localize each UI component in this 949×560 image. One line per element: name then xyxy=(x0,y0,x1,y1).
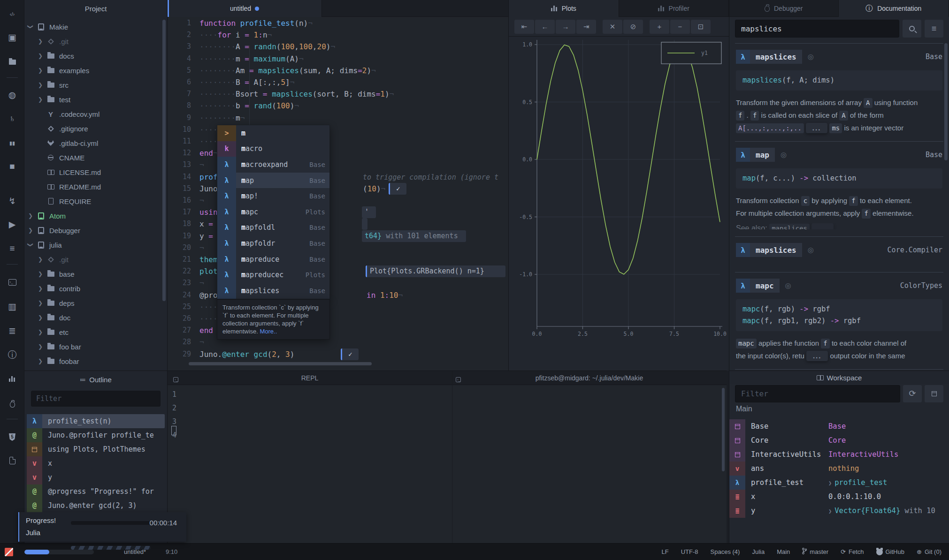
inline-result-check[interactable]: ✓ xyxy=(341,348,359,360)
tree-item-readme-md[interactable]: README.md xyxy=(24,180,167,194)
error-status-icon[interactable] xyxy=(5,548,13,556)
status-item-utf-8[interactable]: UTF-8 xyxy=(681,548,698,555)
workspace-refresh-button[interactable]: ⟳ xyxy=(903,385,922,402)
autocomplete-item-mapfoldr[interactable]: λmapfoldrBase xyxy=(217,235,329,251)
docs-menu-button[interactable]: ≡ xyxy=(925,20,943,38)
chart-icon[interactable] xyxy=(0,373,24,385)
autocomplete-item-m[interactable]: >m xyxy=(217,125,329,141)
tree-item-etc[interactable]: ❯etc xyxy=(24,325,167,339)
workspace-row-Base[interactable]: BaseBase xyxy=(729,419,949,433)
tab-profiler[interactable]: Profiler xyxy=(619,0,729,17)
tab-untitled[interactable]: untitled xyxy=(168,0,322,17)
tree-item--git[interactable]: ❯.git xyxy=(24,34,167,48)
docs-search-button[interactable] xyxy=(903,20,921,38)
tab-documentation[interactable]: ⓘ Documentation xyxy=(839,0,949,17)
profile-icon[interactable]: ≡ xyxy=(0,242,24,255)
outline-item[interactable]: vy xyxy=(27,470,165,484)
terminal-title[interactable]: pfitzseb@midgard: ~/.julia/dev/Makie xyxy=(452,371,727,385)
workspace-row-Core[interactable]: CoreCore xyxy=(729,433,949,447)
outline-item[interactable]: vx xyxy=(27,456,165,470)
workspace-row-InteractiveUtils[interactable]: InteractiveUtilsInteractiveUtils xyxy=(729,447,949,462)
globe-icon[interactable]: ◍ xyxy=(0,89,24,101)
eye-icon[interactable]: ◎ xyxy=(785,281,791,290)
html5-icon[interactable]: 5 xyxy=(0,431,24,443)
open-folder-icon[interactable] xyxy=(0,56,24,68)
last-plot-button[interactable]: ⇥ xyxy=(576,20,596,34)
tree-item-foo-bar[interactable]: ❯foo bar xyxy=(24,340,167,354)
status-item-master[interactable]: master xyxy=(802,548,828,556)
zoom-out-button[interactable]: − xyxy=(670,20,690,34)
documentation-icon[interactable]: ▥ xyxy=(0,300,24,312)
workspace-filter-input[interactable] xyxy=(735,385,900,402)
tab-debugger[interactable]: Debugger xyxy=(729,0,839,17)
autocomplete-item-map![interactable]: λmap!Base xyxy=(217,188,329,204)
doc-entry-name[interactable]: mapslices xyxy=(750,50,802,64)
code-file-icon[interactable]: ‹/› xyxy=(0,8,24,20)
outline-item[interactable]: λprofile_test(n) xyxy=(27,414,165,428)
autocomplete-item-map[interactable]: λmapBase xyxy=(217,173,329,189)
fit-plot-button[interactable]: ⊡ xyxy=(691,20,711,34)
tree-item--git[interactable]: ❯.git xyxy=(24,252,167,266)
doc-entry-name[interactable]: mapc xyxy=(750,279,780,293)
outline-item[interactable]: @Juno.@profiler profile_te xyxy=(27,428,165,442)
tree-item-docs[interactable]: ❯docs xyxy=(24,49,167,63)
first-plot-button[interactable]: ⇤ xyxy=(514,20,534,34)
tree-item-debugger[interactable]: ❯Debugger xyxy=(24,223,167,237)
tree-item-makie[interactable]: ❯Makie xyxy=(24,20,167,34)
autocomplete-item-mapfoldl[interactable]: λmapfoldlBase xyxy=(217,220,329,236)
tree-item-test[interactable]: ❯test xyxy=(24,92,167,106)
docs-search-input[interactable] xyxy=(735,20,899,38)
save-icon[interactable]: ▣ xyxy=(0,31,24,43)
tree-item-contrib[interactable]: ❯contrib xyxy=(24,281,167,295)
workspace-row-ans[interactable]: vansnothing xyxy=(729,462,949,476)
next-plot-button[interactable]: → xyxy=(556,20,575,34)
status-item-fetch[interactable]: ⟳Fetch xyxy=(841,548,864,555)
autocomplete-item-mapc[interactable]: λmapcPlots xyxy=(217,204,329,220)
pause-icon[interactable]: ▮▮ xyxy=(0,137,24,149)
status-item-git-0-[interactable]: ⊕Git (0) xyxy=(917,548,941,555)
eye-icon[interactable]: ◎ xyxy=(781,151,787,159)
tree-item-atom[interactable]: ❯Atom xyxy=(24,209,167,223)
prev-plot-button[interactable]: ← xyxy=(535,20,555,34)
outline-item[interactable]: @@progress "Progress!" for xyxy=(27,484,165,499)
tree-item--codecov-yml[interactable]: Y.codecov.yml xyxy=(24,107,167,121)
tasks-icon[interactable]: ≣ xyxy=(0,325,24,337)
pdf-icon[interactable] xyxy=(0,454,24,467)
outline-filter-input[interactable] xyxy=(31,391,161,407)
lightning-icon[interactable]: ↯ xyxy=(0,195,24,207)
repl-scrollbar[interactable] xyxy=(722,388,725,471)
autocomplete-item-mapreduce[interactable]: λmapreduceBase xyxy=(217,251,329,267)
workspace-row-x[interactable]: ≣x0.0:0.1:10.0 xyxy=(729,490,949,504)
status-item-spaces-4-[interactable]: Spaces (4) xyxy=(711,548,740,555)
stop-icon[interactable]: ■ xyxy=(0,160,24,173)
workspace-row-profile_test[interactable]: λprofile_test❯profile_test xyxy=(729,476,949,490)
tree-item--gitlab-ci-yml[interactable]: .gitlab-ci.yml xyxy=(24,136,167,150)
status-item-github[interactable]: GitHub xyxy=(876,548,904,555)
tree-item-examples[interactable]: ❯examples xyxy=(24,63,167,77)
play-icon[interactable]: ▶ xyxy=(0,218,24,230)
tree-item-license-md[interactable]: LICENSE.md xyxy=(24,165,167,179)
status-item-main[interactable]: Main xyxy=(777,548,790,555)
more-link[interactable]: More.. xyxy=(260,328,277,335)
workspace-package-button[interactable] xyxy=(925,385,943,402)
terminal-icon[interactable]: ›_ xyxy=(0,276,24,288)
tab-plots[interactable]: Plots xyxy=(509,0,619,17)
outline-item[interactable]: using Plots, PlotThemes xyxy=(27,442,165,456)
eye-icon[interactable]: ◎ xyxy=(808,246,814,254)
disclosure-icon[interactable]: ❯ xyxy=(828,508,832,515)
tree-item-foobar[interactable]: ❯foobar xyxy=(24,354,167,368)
workspace-row-y[interactable]: ≣y❯Vector{Float64} with 10 xyxy=(729,504,949,518)
doc-entry-name[interactable]: mapslices xyxy=(750,243,802,257)
outline-item[interactable]: @Juno.@enter gcd(2, 3) xyxy=(27,499,165,513)
autocomplete-item-macroexpand[interactable]: λmacroexpandBase xyxy=(217,157,329,173)
inline-result[interactable] xyxy=(362,218,367,230)
tree-item--gitignore[interactable]: .gitignore xyxy=(24,121,167,136)
status-cursor-position[interactable]: 9:10 xyxy=(166,548,177,555)
inline-result[interactable]: Plot{Plots.GRBackend() n=1} xyxy=(366,265,505,277)
tree-item-base[interactable]: ❯base xyxy=(24,267,167,281)
inline-result[interactable]: ' xyxy=(362,206,376,218)
tree-item-doc[interactable]: ❯doc xyxy=(24,310,167,325)
inline-result[interactable]: t64} with 101 elements xyxy=(362,230,466,242)
info-icon[interactable]: ⓘ xyxy=(0,349,24,361)
editor-hscrollbar[interactable] xyxy=(189,362,372,365)
